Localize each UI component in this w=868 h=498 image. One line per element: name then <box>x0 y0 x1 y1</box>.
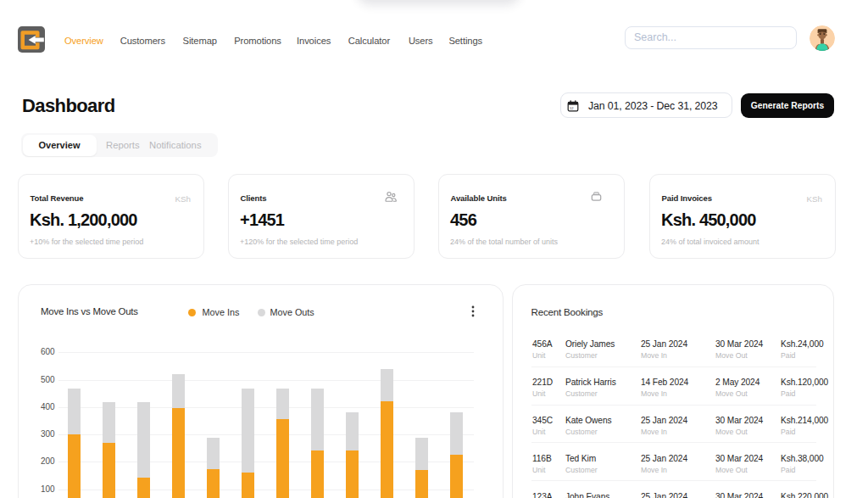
svg-text:12: 12 <box>570 106 574 110</box>
